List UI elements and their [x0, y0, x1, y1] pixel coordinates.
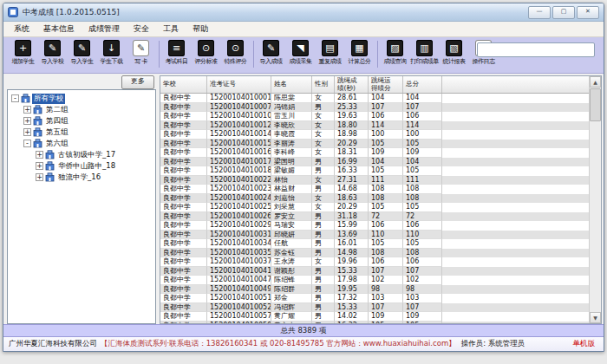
column-header[interactable]: 跳绳运 得绩分	[369, 76, 403, 93]
tree-node[interactable]: +第五组	[10, 127, 155, 138]
table-row[interactable]: 良都中学15200104010024刘嘉怡女18.63108108	[160, 194, 589, 204]
student-download-button[interactable]: ↓学生下载	[97, 40, 126, 66]
menu-item[interactable]: 安全	[127, 23, 156, 36]
score-collection-button[interactable]: ◥成绩采集	[286, 40, 315, 66]
table-row[interactable]: 良都中学15200104010012李晓欣女18.80114114	[160, 121, 589, 131]
scoring-standard-button[interactable]: ⊙评分标准	[192, 40, 220, 66]
table-row[interactable]: 良都中学15200104010018梁敏媚男16.33105105	[160, 166, 589, 176]
menu-item[interactable]: 系统	[7, 23, 36, 36]
exam-subjects-button[interactable]: ≡考试科目	[162, 40, 191, 66]
table-row[interactable]: 良都中学15200104010010雷玉川女19.63106106	[160, 112, 589, 121]
table-row[interactable]: 良都中学15200104010001陈思棠女28.61104104	[160, 94, 589, 103]
table-row[interactable]: 良都中学15200104010007冯锦娟男25.33107107	[160, 103, 589, 113]
toolbar-button-label: 打印成绩单	[410, 57, 439, 66]
table-row[interactable]: 良都中学15200104010041谢颖彤男15.33107107	[160, 267, 589, 276]
import-scores-button[interactable]: ✎导入成绩	[257, 40, 285, 66]
write-card-button[interactable]: ✎写 卡	[127, 40, 155, 66]
tree-node[interactable]: -第六组	[10, 138, 155, 149]
table-row[interactable]: 良都中学15200104010016李科峰女18.31109109	[160, 148, 589, 158]
import-student-button[interactable]: ✎导入学生	[68, 40, 96, 66]
scrollbar-thumb[interactable]	[590, 88, 601, 121]
expand-icon[interactable]: +	[23, 117, 31, 125]
column-header[interactable]: 学校	[160, 76, 207, 93]
table-cell: 31.18	[335, 212, 369, 222]
table-row[interactable]: 良都中学15200104010031邱晓妍男13.69110110	[160, 231, 589, 240]
maximize-icon[interactable]: ▢	[552, 6, 575, 19]
table-row[interactable]: 良都中学15200104010034任航男16.01105105	[160, 239, 589, 249]
tree-node[interactable]: +古镇初级中学_17	[10, 149, 155, 160]
table-cell: 良都中学	[160, 140, 207, 149]
table-cell: 109	[369, 312, 403, 322]
tree-node[interactable]: +华侨中山路中_18	[10, 160, 155, 172]
table-cell: 15200104010016	[207, 148, 271, 158]
table-row[interactable]: 良都中学15200104010022林怡女27.31111111	[160, 176, 589, 185]
table-row[interactable]: 良都中学15200104010059黄文杰男16.32105105	[160, 322, 589, 324]
column-header[interactable]: 总分	[403, 76, 442, 93]
menu-item[interactable]: 成绩管理	[82, 23, 127, 36]
tree-node-label: 古镇初级中学_17	[56, 150, 117, 160]
column-header[interactable]: 准考证号	[207, 76, 271, 93]
add-student-button[interactable]: +增加学生	[9, 40, 37, 66]
table-row[interactable]: 良都中学15200104010052冯绍辉男15.33107107	[160, 303, 589, 313]
table-cell: 李晓霞	[271, 130, 312, 140]
tree-node[interactable]: -所有学校	[10, 93, 155, 104]
table-row[interactable]: 良都中学15200104010051郑金男17.32103103	[160, 294, 589, 303]
tree-node[interactable]: +第二组	[10, 104, 155, 115]
table-row[interactable]: 良都中学15200104010015李丽涛女20.29105105	[160, 140, 589, 149]
expand-icon[interactable]: +	[36, 162, 43, 170]
tree-node[interactable]: +第四组	[10, 115, 155, 127]
column-header[interactable]: 姓名	[271, 76, 312, 93]
menu-item[interactable]: 工具	[156, 23, 186, 36]
expand-icon[interactable]: +	[23, 128, 31, 136]
table-row[interactable]: 良都中学15200104010017梁国明男16.99104104	[160, 158, 589, 167]
import-school-button[interactable]: ✎导入学校	[38, 40, 67, 66]
menu-item[interactable]: 帮助	[186, 23, 215, 36]
print-report-button[interactable]: ▥打印成绩单	[410, 40, 439, 66]
table-cell: 14.68	[335, 185, 369, 194]
column-header[interactable]: 性别	[312, 76, 335, 93]
table-cell: 良都中学	[160, 130, 207, 140]
contact-info: 【汇海体质测试系列·联系电话：13826160341 或 020-8149578…	[101, 339, 456, 349]
column-header[interactable]: 跳绳成 绩(秒)	[335, 76, 369, 93]
score-query-button[interactable]: ▨成绩查询	[381, 40, 409, 66]
table-cell: 林益财	[271, 185, 312, 194]
expand-icon[interactable]: +	[36, 173, 43, 181]
scroll-down-icon[interactable]: ▼	[590, 312, 601, 323]
stats-report-button[interactable]: ▧统计报表	[440, 40, 468, 66]
minimize-icon[interactable]: —	[528, 6, 551, 19]
table-row[interactable]: 良都中学15200104010023林益财男14.68108108	[160, 185, 589, 194]
expand-icon[interactable]: +	[36, 151, 43, 159]
table-row[interactable]: 良都中学15200104010057黄广耀男14.02109109	[160, 312, 589, 322]
table-row[interactable]: 良都中学15200104010037王永涛女19.96106106	[160, 257, 589, 267]
title-bar[interactable]: 中考成绩 [1.0.2015.0515] — ▢ ✕	[3, 3, 604, 22]
collapse-icon[interactable]: -	[11, 94, 19, 102]
duplicate-scores-button[interactable]: ▤重复成绩	[316, 40, 344, 66]
calc-total-button[interactable]: ▦计算总分	[345, 40, 374, 66]
scroll-up-icon[interactable]: ▲	[590, 76, 601, 88]
collapse-icon[interactable]: -	[23, 140, 31, 147]
expand-icon[interactable]: +	[23, 106, 31, 114]
vertical-scrollbar[interactable]: ▲ ▼	[589, 76, 601, 323]
table-cell: 良都中学	[160, 94, 207, 103]
table-cell: 良都中学	[160, 322, 207, 324]
search-input[interactable]	[477, 42, 595, 57]
scrollbar-track[interactable]	[590, 88, 601, 312]
menu-item[interactable]: 基本信息	[36, 23, 82, 36]
table-cell: 良都中学	[160, 203, 207, 212]
more-button[interactable]: 更多	[121, 75, 154, 89]
table-row[interactable]: 良都中学15200104010047陈绍锋男17.98102102	[160, 276, 589, 285]
table-row[interactable]: 良都中学15200104010026罗安立男31.187272	[160, 212, 589, 222]
table-row[interactable]: 良都中学15200104010049陈绍群男19.959898	[160, 285, 589, 295]
table-cell: 111	[403, 176, 442, 185]
close-icon[interactable]: ✕	[577, 6, 599, 19]
table-row[interactable]: 良都中学15200104010025刘采慧女20.29105105	[160, 203, 589, 212]
table-row[interactable]: 良都中学15200104010029马瑞安男15.99106106	[160, 221, 589, 231]
special-scoring-button[interactable]: ⊙特殊评分	[221, 40, 250, 66]
table-row[interactable]: 良都中学15200104010014李晓霞女18.98100100	[160, 130, 589, 140]
tree-node[interactable]: +独流中学_16	[10, 172, 155, 183]
table-cell: 109	[403, 148, 442, 158]
table-cell: 15200104010001	[207, 94, 271, 103]
table-cell: 男	[312, 158, 335, 167]
table-row[interactable]: 良都中学15200104010035苏金钰男14.98108108	[160, 249, 589, 258]
table-cell: 梁国明	[271, 158, 312, 167]
